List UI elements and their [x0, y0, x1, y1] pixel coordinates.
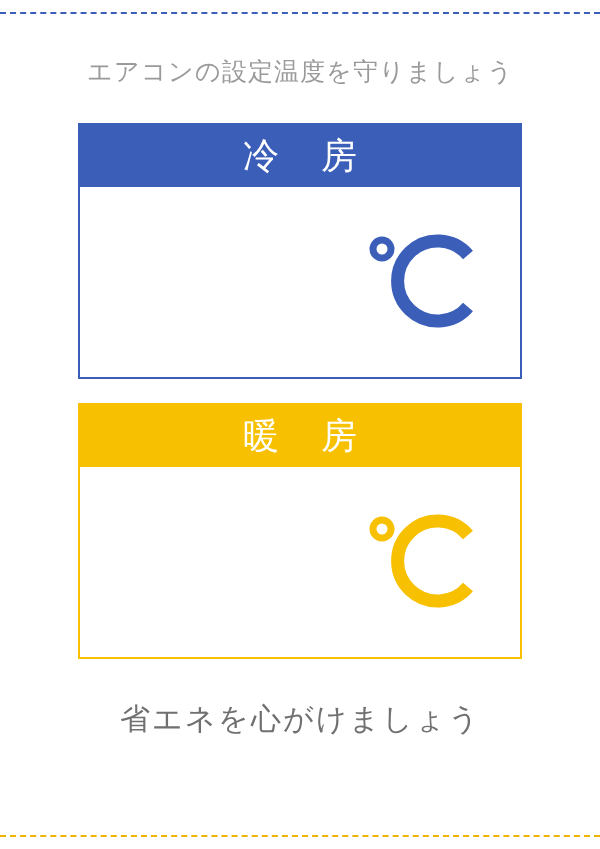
celsius-icon [364, 225, 484, 339]
cooling-card-header: 冷 房 [80, 125, 520, 187]
content-area: エアコンの設定温度を守りましょう 冷 房 暖 房 [0, 0, 600, 780]
svg-point-1 [373, 520, 391, 538]
celsius-icon [364, 505, 484, 619]
bottom-divider [0, 835, 600, 837]
page-heading: エアコンの設定温度を守りましょう [87, 55, 514, 88]
card-stack: 冷 房 暖 房 [78, 123, 522, 659]
svg-point-0 [373, 240, 391, 258]
heating-card-header: 暖 房 [80, 405, 520, 467]
footer-message: 省エネを心がけましょう [120, 699, 481, 740]
heating-card: 暖 房 [78, 403, 522, 659]
cooling-card: 冷 房 [78, 123, 522, 379]
heating-card-body [80, 467, 520, 657]
cooling-card-body [80, 187, 520, 377]
top-divider [0, 12, 600, 14]
